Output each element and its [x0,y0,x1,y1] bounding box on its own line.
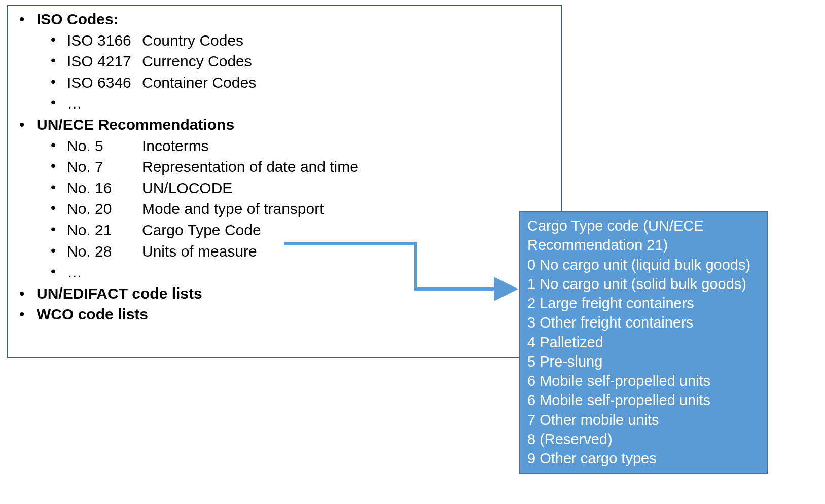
cargo-type-code-entries: 0 No cargo unit (liquid bulk goods) 1 No… [527,255,760,469]
item-code: No. 7 [67,157,142,177]
list-item: 0 No cargo unit (liquid bulk goods) [527,255,760,274]
item-code: ISO 4217 [67,51,142,71]
list-item-cargo-type: No. 21Cargo Type Code [37,220,551,240]
list-item: 6 Mobile self-propelled units [527,371,760,390]
list-item: 2 Large freight containers [527,294,760,313]
item-desc: UN/LOCODE [142,178,232,198]
item-code: ISO 6346 [67,73,142,93]
group-iso-codes: ISO Codes: ISO 3166Country Codes ISO 421… [8,9,551,114]
group-wco-code-lists: WCO code lists [8,304,551,325]
group-label: UN/ECE Recommendations [37,116,234,133]
item-desc: Incoterms [142,136,209,156]
group-unedifact-code-lists: UN/EDIFACT code lists [8,283,551,304]
item-desc: Mode and type of transport [142,199,324,219]
codes-outline-list: ISO Codes: ISO 3166Country Codes ISO 421… [8,9,551,325]
list-item: No. 28Units of measure [37,241,551,262]
list-item: 4 Palletized [527,333,760,352]
item-desc: Representation of date and time [142,157,358,177]
group-label: WCO code lists [37,306,148,322]
group-items: No. 5Incoterms No. 7Representation of da… [37,136,551,282]
list-item: ISO 4217Currency Codes [37,51,551,71]
item-desc: Container Codes [142,73,256,93]
list-item: No. 16UN/LOCODE [37,178,551,198]
list-item-ellipsis: … [37,93,551,114]
cargo-type-code-detail-box: Cargo Type code (UN/ECE Recommendation 2… [519,211,768,474]
list-item: ISO 6346Container Codes [37,73,551,93]
item-desc: Units of measure [142,241,257,262]
item-desc: Cargo Type Code [142,220,261,240]
item-code: No. 20 [67,199,142,219]
list-item: ISO 3166Country Codes [37,30,551,51]
detail-title-line2: Recommendation 21) [527,235,760,255]
detail-title-line1: Cargo Type code (UN/ECE [527,216,760,235]
item-code: … [67,93,142,114]
item-code: No. 21 [67,220,142,240]
list-item: No. 7Representation of date and time [37,157,551,177]
item-code: No. 28 [67,241,142,262]
list-item: 9 Other cargo types [527,449,760,468]
list-item: 3 Other freight containers [527,313,760,332]
item-code: … [67,262,142,282]
list-item: No. 20Mode and type of transport [37,199,551,219]
list-item: No. 5Incoterms [37,136,551,156]
group-items: ISO 3166Country Codes ISO 4217Currency C… [37,30,551,114]
group-label: UN/EDIFACT code lists [37,285,202,302]
list-item: 8 (Reserved) [527,429,760,449]
list-item: 6 Mobile self-propelled units [527,390,760,410]
item-code: ISO 3166 [67,30,142,51]
list-item: 5 Pre-slung [527,352,760,371]
list-item: 7 Other mobile units [527,410,760,429]
group-unece-recommendations: UN/ECE Recommendations No. 5Incoterms No… [8,115,551,282]
item-code: No. 16 [67,178,142,198]
list-item: 1 No cargo unit (solid bulk goods) [527,274,760,294]
item-desc: Country Codes [142,30,243,51]
group-label: ISO Codes: [37,11,119,27]
list-item-ellipsis: … [37,262,551,282]
item-code: No. 5 [67,136,142,156]
codes-outline-box: ISO Codes: ISO 3166Country Codes ISO 421… [7,5,562,358]
diagram-canvas: ISO Codes: ISO 3166Country Codes ISO 421… [0,0,825,504]
item-desc: Currency Codes [142,51,252,71]
